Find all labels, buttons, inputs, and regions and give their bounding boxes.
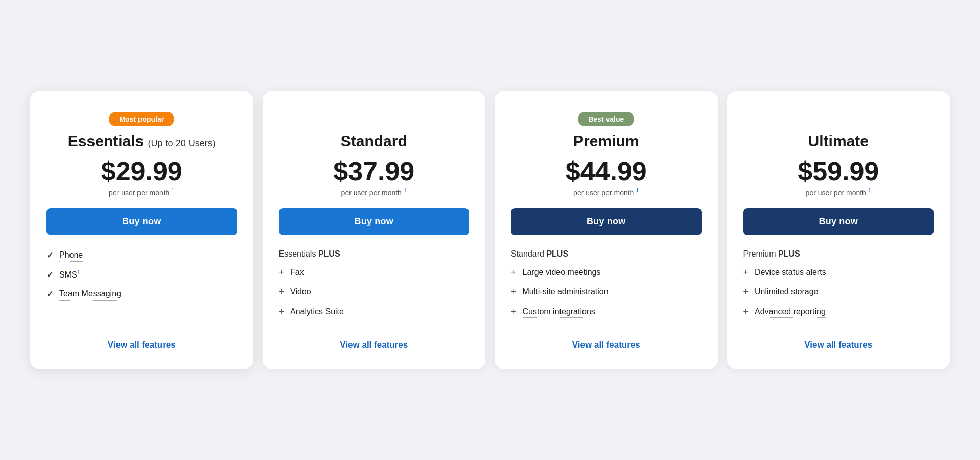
price-standard: $37.99: [279, 157, 470, 186]
list-item: +Device status alerts: [743, 267, 934, 279]
feature-text: Device status alerts: [755, 267, 826, 279]
check-icon: ✓: [46, 289, 53, 300]
plan-name-suffix: (Up to 20 Users): [148, 138, 216, 148]
pricing-grid: Most popular Essentials (Up to 20 Users)…: [30, 91, 950, 368]
plus-icon: +: [511, 306, 517, 318]
plus-icon: +: [279, 266, 285, 279]
badge-spacer: [743, 110, 934, 128]
buy-btn-ultimate[interactable]: Buy now: [743, 208, 934, 235]
view-all-link-ultimate[interactable]: View all features: [743, 336, 934, 350]
view-all-link-premium[interactable]: View all features: [511, 336, 702, 350]
list-item: +Video: [279, 286, 470, 298]
list-item: ✓Team Messaging: [46, 288, 237, 300]
plus-icon: +: [511, 266, 517, 279]
feature-text: SMS1: [59, 269, 80, 282]
feature-list-ultimate: +Device status alerts+Unlimited storage+…: [743, 267, 934, 326]
feature-text: Team Messaging: [59, 288, 121, 300]
list-item: +Advanced reporting: [743, 306, 934, 318]
feature-text: Unlimited storage: [755, 286, 819, 298]
badge-spacer: [279, 110, 470, 128]
view-all-link-standard[interactable]: View all features: [279, 336, 470, 350]
plus-bold-standard: PLUS: [318, 249, 340, 258]
pricing-card-standard: Standard$37.99per user per month 1Buy no…: [263, 91, 486, 368]
plan-name-premium: Premium: [511, 132, 702, 150]
check-icon: ✓: [46, 250, 53, 261]
plus-label-standard: Essentials PLUS: [279, 249, 470, 259]
plan-name-essentials: Essentials (Up to 20 Users): [46, 132, 237, 150]
plus-icon: +: [279, 306, 285, 318]
plus-label-ultimate: Premium PLUS: [743, 249, 934, 259]
buy-btn-standard[interactable]: Buy now: [279, 208, 470, 235]
feature-text: Fax: [290, 267, 304, 279]
price-premium: $44.99: [511, 157, 702, 186]
buy-btn-premium[interactable]: Buy now: [511, 208, 702, 235]
list-item: +Fax: [279, 267, 470, 279]
plan-name-standard: Standard: [279, 132, 470, 150]
plus-icon: +: [279, 286, 285, 298]
per-user-essentials: per user per month 1: [46, 187, 237, 197]
per-user-premium: per user per month 1: [511, 187, 702, 197]
features-section-premium: Standard PLUS+Large video meetings+Multi…: [511, 249, 702, 350]
footnote-standard: 1: [404, 187, 407, 193]
list-item: +Custom integrations: [511, 306, 702, 318]
feature-text: Analytics Suite: [290, 306, 344, 317]
list-item: +Unlimited storage: [743, 286, 934, 298]
feature-text: Custom integrations: [523, 306, 595, 318]
badge-container: Best value: [511, 110, 702, 128]
feature-text: Large video meetings: [523, 267, 601, 278]
plus-icon: +: [743, 286, 749, 298]
badge-essentials: Most popular: [109, 112, 174, 126]
plus-icon: +: [511, 286, 517, 298]
features-section-ultimate: Premium PLUS+Device status alerts+Unlimi…: [743, 249, 934, 350]
features-section-standard: Essentials PLUS+Fax+Video+Analytics Suit…: [279, 249, 470, 350]
list-item: +Analytics Suite: [279, 306, 470, 318]
pricing-card-ultimate: Ultimate$59.99per user per month 1Buy no…: [727, 91, 950, 368]
per-user-ultimate: per user per month 1: [743, 187, 934, 197]
list-item: ✓SMS1: [46, 269, 237, 282]
feature-list-premium: +Large video meetings+Multi-site adminis…: [511, 267, 702, 326]
pricing-card-essentials: Most popular Essentials (Up to 20 Users)…: [30, 91, 253, 368]
footnote-ultimate: 1: [868, 187, 871, 193]
price-essentials: $29.99: [46, 157, 237, 186]
feature-text: Multi-site administration: [523, 286, 609, 298]
feature-list-standard: +Fax+Video+Analytics Suite: [279, 267, 470, 326]
buy-btn-essentials[interactable]: Buy now: [46, 208, 237, 235]
badge-container: Most popular: [46, 110, 237, 128]
feature-list-essentials: ✓Phone✓SMS1✓Team Messaging: [46, 249, 237, 326]
badge-premium: Best value: [578, 112, 634, 126]
pricing-card-premium: Best value Premium$44.99per user per mon…: [495, 91, 718, 368]
list-item: +Large video meetings: [511, 267, 702, 279]
check-icon: ✓: [46, 269, 53, 281]
view-all-link-essentials[interactable]: View all features: [46, 336, 237, 350]
plan-name-ultimate: Ultimate: [743, 132, 934, 150]
plus-icon: +: [743, 266, 749, 279]
plus-bold-premium: PLUS: [546, 249, 568, 258]
feature-text: Phone: [59, 249, 83, 261]
list-item: +Multi-site administration: [511, 286, 702, 298]
footnote-premium: 1: [636, 187, 639, 193]
feature-text: Video: [290, 286, 311, 298]
per-user-standard: per user per month 1: [279, 187, 470, 197]
plus-bold-ultimate: PLUS: [778, 249, 800, 258]
price-ultimate: $59.99: [743, 157, 934, 186]
plus-label-premium: Standard PLUS: [511, 249, 702, 259]
footnote-essentials: 1: [171, 187, 174, 193]
features-section-essentials: ✓Phone✓SMS1✓Team MessagingView all featu…: [46, 249, 237, 350]
feature-text: Advanced reporting: [755, 306, 826, 318]
plus-icon: +: [743, 306, 749, 318]
list-item: ✓Phone: [46, 249, 237, 261]
feature-superscript: 1: [77, 269, 80, 275]
